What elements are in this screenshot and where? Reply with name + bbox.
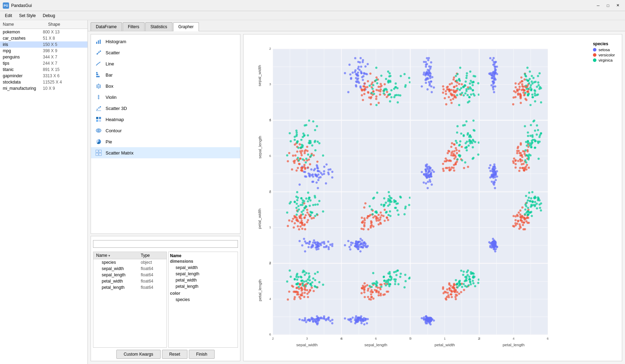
chart-type-contour[interactable]: Contour xyxy=(91,125,240,136)
svg-point-317 xyxy=(461,92,463,94)
dataset-row[interactable]: mi_manufacturing10 X 9 xyxy=(0,85,87,92)
chart-type-line[interactable]: Line xyxy=(91,58,240,69)
dataset-row[interactable]: penguins344 X 7 xyxy=(0,54,87,60)
dim-item-sepal_width[interactable]: sepal_width xyxy=(170,264,236,271)
dataset-row[interactable]: pokemon800 X 13 xyxy=(0,29,87,35)
svg-point-459 xyxy=(512,96,515,98)
tab-filters[interactable]: Filters xyxy=(123,22,145,31)
svg-point-678 xyxy=(286,154,288,156)
config-search-input[interactable] xyxy=(93,240,238,248)
chart-display: sepal_width234sepal_length567petal_width… xyxy=(243,34,622,361)
dataset-row[interactable]: car_crashes51 X 8 xyxy=(0,35,87,41)
svg-point-1402 xyxy=(494,250,496,252)
svg-point-1448 xyxy=(526,216,528,219)
svg-point-163 xyxy=(390,89,392,91)
column-row[interactable]: sepal_widthfloat64 xyxy=(93,266,167,272)
dataset-row[interactable]: gapminder3313 X 6 xyxy=(0,73,87,79)
svg-point-506 xyxy=(537,81,539,84)
dataset-row[interactable]: titanic891 X 15 xyxy=(0,66,87,73)
svg-point-1732 xyxy=(357,317,359,319)
svg-text:2: 2 xyxy=(479,337,480,340)
svg-point-5 xyxy=(100,50,101,52)
chart-type-scatter3d[interactable]: Scatter 3D xyxy=(91,103,240,114)
svg-point-1752 xyxy=(367,290,369,292)
svg-point-1938 xyxy=(463,289,465,291)
svg-point-677 xyxy=(307,134,309,136)
svg-point-752 xyxy=(429,176,431,178)
svg-point-598 xyxy=(297,167,299,169)
svg-point-274 xyxy=(449,83,451,85)
sort-icon[interactable]: ▾ xyxy=(108,254,110,258)
svg-point-797 xyxy=(451,151,453,153)
reset-button[interactable]: Reset xyxy=(162,350,187,359)
svg-point-403 xyxy=(489,73,491,75)
close-button[interactable]: ✕ xyxy=(613,2,622,9)
column-row[interactable]: petal_widthfloat64 xyxy=(93,278,167,284)
dataset-row[interactable]: stockdata11525 X 4 xyxy=(0,79,87,85)
chart-type-pie[interactable]: Pie xyxy=(91,136,240,147)
svg-point-674 xyxy=(296,141,298,143)
svg-point-725 xyxy=(427,181,429,183)
svg-point-1054 xyxy=(315,244,317,246)
maximize-button[interactable]: □ xyxy=(603,2,612,9)
minimize-button[interactable]: ─ xyxy=(594,2,603,9)
svg-point-1510 xyxy=(527,199,529,201)
menu-debug[interactable]: Debug xyxy=(39,12,59,19)
svg-point-191 xyxy=(389,94,391,96)
svg-point-1791 xyxy=(403,286,406,288)
svg-point-1647 xyxy=(294,278,296,280)
svg-point-905 xyxy=(493,165,495,167)
finish-button[interactable]: Finish xyxy=(189,350,215,359)
svg-point-1725 xyxy=(355,319,357,321)
menu-setstyle[interactable]: Set Style xyxy=(16,12,39,19)
svg-point-1868 xyxy=(423,316,425,318)
chart-type-heatmap[interactable]: Heatmap xyxy=(91,114,240,125)
svg-point-1788 xyxy=(371,286,373,288)
dataset-row[interactable]: mpg398 X 9 xyxy=(0,48,87,54)
col-name: petal_width xyxy=(96,279,138,284)
svg-point-1280 xyxy=(379,219,381,221)
svg-point-1061 xyxy=(308,246,310,248)
svg-point-1764 xyxy=(372,298,375,300)
tab-dataframe[interactable]: DataFrame xyxy=(91,22,122,31)
column-row[interactable]: sepal_lengthfloat64 xyxy=(93,272,167,278)
svg-point-248 xyxy=(425,64,427,66)
svg-point-1149 xyxy=(296,191,298,193)
chart-type-box[interactable]: Box xyxy=(91,80,240,92)
chart-type-bar[interactable]: Bar xyxy=(91,69,240,80)
dataset-shape: 244 X 7 xyxy=(43,61,57,66)
svg-point-776 xyxy=(456,152,458,154)
dataset-row[interactable]: tips244 X 7 xyxy=(0,60,87,66)
custom-kwargs-button[interactable]: Custom Kwargs xyxy=(116,350,161,359)
svg-point-720 xyxy=(423,181,425,183)
chart-type-scatter_matrix[interactable]: Scatter Matrix xyxy=(91,147,240,158)
svg-point-1096 xyxy=(304,214,307,216)
tab-grapher[interactable]: Grapher xyxy=(173,22,199,31)
svg-point-641 xyxy=(311,144,313,147)
svg-point-1748 xyxy=(367,296,369,298)
svg-point-262 xyxy=(424,79,426,81)
tab-statistics[interactable]: Statistics xyxy=(145,22,172,31)
svg-point-931 xyxy=(519,167,521,169)
svg-point-1337 xyxy=(394,207,396,209)
svg-point-1265 xyxy=(364,219,366,221)
chart-type-histogram[interactable]: Histogram xyxy=(91,36,240,47)
dataset-row[interactable]: iris150 X 5 xyxy=(0,41,87,48)
chart-type-violin[interactable]: Violin xyxy=(91,92,240,103)
svg-point-1782 xyxy=(364,285,366,287)
svg-point-963 xyxy=(512,160,514,162)
dim-item-petal_width[interactable]: petal_width xyxy=(170,277,236,283)
svg-point-1831 xyxy=(394,283,396,285)
column-row[interactable]: petal_lengthfloat64 xyxy=(93,284,167,291)
column-row[interactable]: speciesobject xyxy=(93,259,167,266)
menu-edit[interactable]: Edit xyxy=(1,12,16,19)
chart-type-scatter[interactable]: Scatter xyxy=(91,47,240,58)
dim-item-petal_length[interactable]: petal_length xyxy=(170,283,236,290)
svg-point-1671 xyxy=(309,283,311,285)
svg-point-1896 xyxy=(460,291,462,293)
svg-point-1610 xyxy=(303,292,306,294)
dim-item-species[interactable]: species xyxy=(170,296,236,303)
svg-point-256 xyxy=(427,69,429,71)
dim-item-sepal_length[interactable]: sepal_length xyxy=(170,271,236,277)
svg-point-1038 xyxy=(331,245,333,247)
